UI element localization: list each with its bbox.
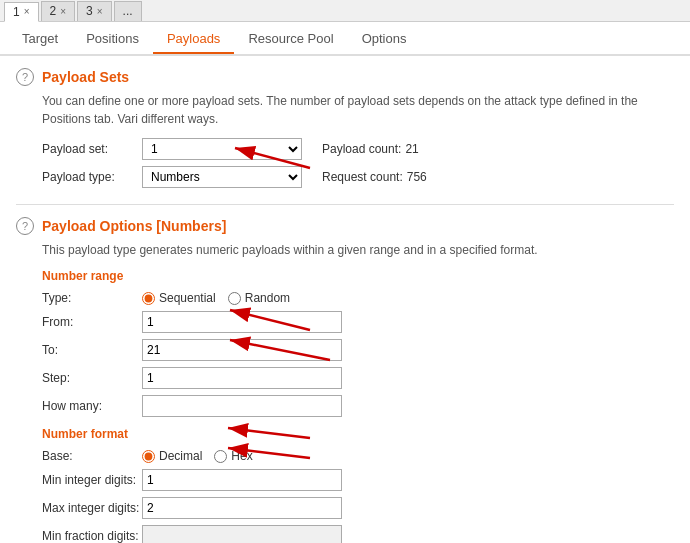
payload-sets-header: ? Payload Sets	[16, 68, 674, 86]
payload-options-desc: This payload type generates numeric payl…	[16, 241, 674, 259]
random-label: Random	[245, 291, 290, 305]
max-int-label: Max integer digits:	[42, 501, 142, 515]
decimal-label: Decimal	[159, 449, 202, 463]
how-many-label: How many:	[42, 399, 142, 413]
payload-options-title: Payload Options [Numbers]	[42, 218, 226, 234]
tab-top-more-label: ...	[123, 4, 133, 18]
tab-top-2-close[interactable]: ×	[60, 6, 66, 17]
type-label: Type:	[42, 291, 142, 305]
payload-sets-form: Payload set: 1 Payload count: 21 Payload…	[16, 138, 674, 188]
to-row: To:	[42, 339, 674, 361]
step-row: Step:	[42, 367, 674, 389]
payload-count-label: Payload count:	[322, 142, 401, 156]
payload-count-value: 21	[405, 142, 418, 156]
sequential-radio[interactable]	[142, 292, 155, 305]
min-int-input[interactable]	[142, 469, 342, 491]
divider-1	[16, 204, 674, 205]
from-row: From:	[42, 311, 674, 333]
payload-type-row: Payload type: Numbers Simple list Runtim…	[42, 166, 674, 188]
payload-sets-desc: You can define one or more payload sets.…	[16, 92, 674, 128]
tab-top-3-label: 3	[86, 4, 93, 18]
tab-top-more[interactable]: ...	[114, 1, 142, 21]
random-radio-label[interactable]: Random	[228, 291, 290, 305]
min-frac-row: Min fraction digits:	[42, 525, 674, 543]
nav-tab-resource-pool[interactable]: Resource Pool	[234, 25, 347, 54]
number-range-title: Number range	[16, 269, 674, 283]
payload-sets-title: Payload Sets	[42, 69, 129, 85]
payload-set-label: Payload set:	[42, 142, 142, 156]
nav-tab-target[interactable]: Target	[8, 25, 72, 54]
tab-bar-top: 1 × 2 × 3 × ...	[0, 0, 690, 22]
tab-top-1-label: 1	[13, 5, 20, 19]
min-frac-label: Min fraction digits:	[42, 529, 142, 543]
tab-top-1-close[interactable]: ×	[24, 6, 30, 17]
payload-sets-help-icon[interactable]: ?	[16, 68, 34, 86]
hex-radio-label[interactable]: Hex	[214, 449, 252, 463]
nav-tab-positions[interactable]: Positions	[72, 25, 153, 54]
sequential-radio-label[interactable]: Sequential	[142, 291, 216, 305]
tab-top-2[interactable]: 2 ×	[41, 1, 76, 21]
hex-radio[interactable]	[214, 450, 227, 463]
random-radio[interactable]	[228, 292, 241, 305]
request-count-label: Request count:	[322, 170, 403, 184]
request-count-value: 756	[407, 170, 427, 184]
to-label: To:	[42, 343, 142, 357]
decimal-radio-label[interactable]: Decimal	[142, 449, 202, 463]
max-int-input[interactable]	[142, 497, 342, 519]
type-row: Type: Sequential Random	[42, 291, 674, 305]
number-format-form: Base: Decimal Hex Min integer digits:	[16, 449, 674, 543]
step-label: Step:	[42, 371, 142, 385]
number-range-form: Type: Sequential Random From:	[16, 291, 674, 417]
tab-top-3[interactable]: 3 ×	[77, 1, 112, 21]
payload-type-label: Payload type:	[42, 170, 142, 184]
min-frac-input[interactable]	[142, 525, 342, 543]
min-int-label: Min integer digits:	[42, 473, 142, 487]
nav-tab-payloads[interactable]: Payloads	[153, 25, 234, 54]
type-radio-group: Sequential Random	[142, 291, 290, 305]
to-input[interactable]	[142, 339, 342, 361]
main-content: ? Payload Sets You can define one or mor…	[0, 56, 690, 543]
base-radio-group: Decimal Hex	[142, 449, 253, 463]
payload-sets-section: ? Payload Sets You can define one or mor…	[16, 68, 674, 188]
payload-options-header: ? Payload Options [Numbers]	[16, 217, 674, 235]
payload-type-select[interactable]: Numbers Simple list Runtime file Custom …	[142, 166, 302, 188]
payload-set-row: Payload set: 1 Payload count: 21	[42, 138, 674, 160]
base-row: Base: Decimal Hex	[42, 449, 674, 463]
step-input[interactable]	[142, 367, 342, 389]
nav-tabs: Target Positions Payloads Resource Pool …	[0, 22, 690, 56]
decimal-radio[interactable]	[142, 450, 155, 463]
payload-set-select[interactable]: 1	[142, 138, 302, 160]
hex-label: Hex	[231, 449, 252, 463]
base-label: Base:	[42, 449, 142, 463]
tab-top-3-close[interactable]: ×	[97, 6, 103, 17]
nav-tab-options[interactable]: Options	[348, 25, 421, 54]
payload-options-help-icon[interactable]: ?	[16, 217, 34, 235]
max-int-row: Max integer digits:	[42, 497, 674, 519]
tab-top-2-label: 2	[50, 4, 57, 18]
number-format-title: Number format	[16, 427, 674, 441]
payload-options-section: ? Payload Options [Numbers] This payload…	[16, 217, 674, 543]
tab-top-1[interactable]: 1 ×	[4, 2, 39, 22]
sequential-label: Sequential	[159, 291, 216, 305]
from-input[interactable]	[142, 311, 342, 333]
min-int-row: Min integer digits:	[42, 469, 674, 491]
how-many-row: How many:	[42, 395, 674, 417]
from-label: From:	[42, 315, 142, 329]
how-many-input[interactable]	[142, 395, 342, 417]
